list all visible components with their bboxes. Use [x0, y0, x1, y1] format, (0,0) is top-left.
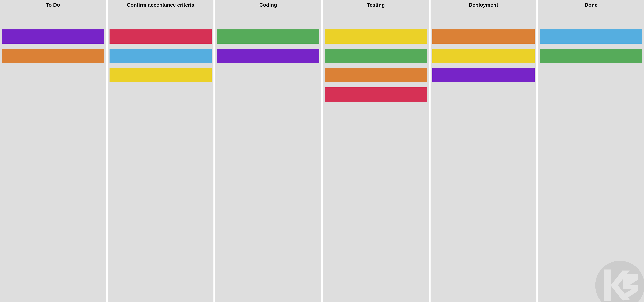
cards-container-deployment: [430, 30, 536, 82]
card-testing-0[interactable]: [325, 30, 427, 44]
card-todo-0[interactable]: [2, 30, 104, 44]
column-title-confirm: Confirm acceptance criteria: [110, 1, 212, 8]
column-title-todo: To Do: [2, 1, 104, 8]
cards-container-done: [538, 30, 644, 63]
card-confirm-0[interactable]: [110, 30, 212, 44]
column-confirm: Confirm acceptance criteria: [108, 0, 214, 302]
card-done-1[interactable]: [540, 49, 642, 63]
column-todo: To Do: [0, 0, 106, 302]
card-deployment-0[interactable]: [432, 30, 535, 44]
column-done: Done: [538, 0, 644, 302]
card-deployment-2[interactable]: [432, 68, 535, 82]
column-title-coding: Coding: [217, 1, 319, 8]
column-testing: Testing: [323, 0, 429, 302]
card-testing-1[interactable]: [325, 49, 427, 63]
card-testing-3[interactable]: [325, 87, 427, 102]
cards-container-todo: [0, 30, 106, 63]
kanban-board: To DoConfirm acceptance criteriaCodingTe…: [0, 0, 644, 302]
cards-container-testing: [323, 30, 429, 102]
cards-container-coding: [215, 30, 321, 63]
column-title-testing: Testing: [325, 1, 427, 8]
column-deployment: Deployment: [430, 0, 536, 302]
column-title-deployment: Deployment: [432, 1, 535, 8]
column-title-done: Done: [540, 1, 642, 8]
card-confirm-2[interactable]: [110, 68, 212, 82]
card-confirm-1[interactable]: [110, 49, 212, 63]
card-testing-2[interactable]: [325, 68, 427, 82]
card-deployment-1[interactable]: [432, 49, 535, 63]
column-coding: Coding: [215, 0, 321, 302]
card-todo-1[interactable]: [2, 49, 104, 63]
card-coding-1[interactable]: [217, 49, 319, 63]
card-coding-0[interactable]: [217, 30, 319, 44]
card-done-0[interactable]: [540, 30, 642, 44]
cards-container-confirm: [108, 30, 214, 82]
